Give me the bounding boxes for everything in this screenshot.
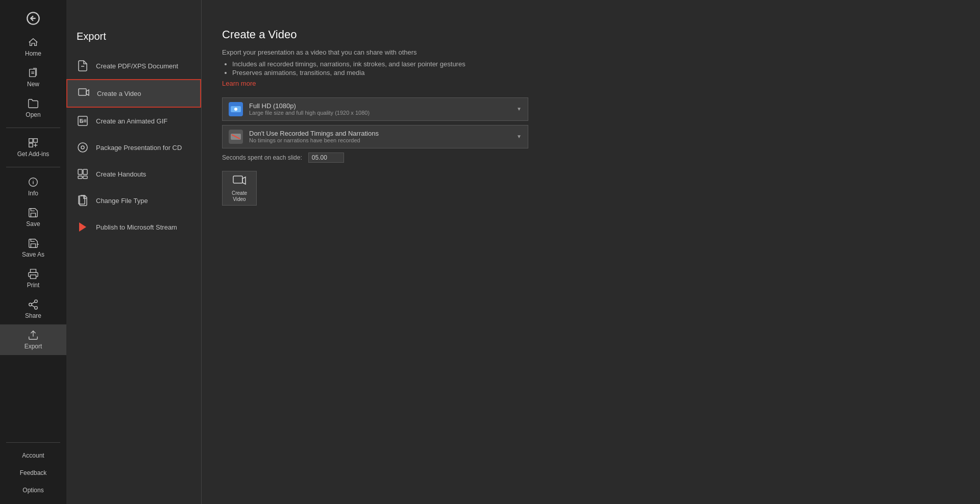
svg-rect-2 [30, 69, 36, 77]
sidebar-item-save-as[interactable]: Save As [0, 233, 66, 263]
sidebar-item-share-label: Share [25, 312, 41, 319]
create-video-button-label: CreateVideo [232, 190, 247, 203]
export-item-gif-label: Create an Animated GIF [96, 117, 167, 125]
sidebar-item-account[interactable]: Account [0, 447, 66, 464]
export-item-video-label: Create a Video [97, 90, 141, 97]
sidebar-item-home[interactable]: Home [0, 32, 66, 62]
svg-rect-27 [78, 176, 82, 179]
svg-point-14 [29, 303, 32, 306]
svg-rect-26 [83, 169, 87, 174]
export-item-pdf-label: Create PDF/XPS Document [96, 62, 178, 70]
sidebar-item-options-label: Options [22, 487, 43, 494]
sidebar-divider-2 [6, 167, 60, 167]
svg-rect-5 [29, 139, 33, 142]
svg-rect-20 [79, 89, 86, 95]
svg-rect-12 [31, 275, 36, 279]
quality-icon [229, 102, 243, 116]
sidebar-item-open-label: Open [26, 111, 40, 118]
sidebar-item-open[interactable]: Open [0, 93, 66, 123]
sidebar-item-save[interactable]: Save [0, 202, 66, 233]
sidebar-item-new[interactable]: New [0, 62, 66, 93]
svg-point-33 [234, 108, 237, 111]
content-title: Create a Video [222, 28, 960, 41]
sidebar-item-info[interactable]: Info [0, 171, 66, 202]
sidebar-item-export[interactable]: Export [0, 324, 66, 355]
page-title: Export [66, 31, 201, 53]
sidebar-item-save-label: Save [26, 220, 40, 228]
timings-title: Don't Use Recorded Timings and Narration… [249, 130, 510, 137]
timings-arrow-icon: ▼ [517, 134, 522, 139]
sidebar-item-print[interactable]: Print [0, 263, 66, 294]
sidebar: Home New Open [0, 0, 66, 504]
sidebar-divider-1 [6, 128, 60, 128]
export-item-filetype-label: Change File Type [96, 197, 148, 205]
sidebar-item-options[interactable]: Options [0, 482, 66, 499]
bullet-item-2: Preserves animations, transitions, and m… [232, 69, 960, 77]
export-item-cd[interactable]: Package Presentation for CD [66, 134, 201, 161]
sidebar-item-home-label: Home [25, 50, 41, 57]
timings-icon [229, 130, 243, 144]
svg-rect-7 [29, 143, 33, 147]
sidebar-item-save-as-label: Save As [22, 251, 44, 258]
sidebar-item-print-label: Print [27, 282, 40, 289]
learn-more-link[interactable]: Learn more [222, 80, 256, 87]
sidebar-item-feedback[interactable]: Feedback [0, 464, 66, 482]
timings-dropdown[interactable]: Don't Use Recorded Timings and Narration… [222, 125, 528, 148]
svg-point-23 [78, 143, 87, 152]
export-item-stream-label: Publish to Microsoft Stream [96, 223, 177, 231]
quality-arrow-icon: ▼ [517, 106, 522, 112]
sidebar-item-new-label: New [27, 81, 39, 88]
bullet-item-1: Includes all recorded timings, narration… [232, 60, 960, 68]
sidebar-item-feedback-label: Feedback [20, 469, 47, 476]
quality-dropdown[interactable]: Full HD (1080p) Large file size and full… [222, 97, 528, 121]
svg-point-15 [35, 307, 38, 310]
export-item-pdf[interactable]: Create PDF/XPS Document [66, 53, 201, 79]
svg-marker-30 [79, 222, 86, 232]
content-description: Export your presentation as a video that… [222, 47, 960, 58]
create-video-button[interactable]: CreateVideo [222, 171, 257, 206]
export-item-stream[interactable]: Publish to Microsoft Stream [66, 214, 201, 240]
export-item-cd-label: Package Presentation for CD [96, 144, 182, 152]
quality-text: Full HD (1080p) Large file size and full… [249, 102, 510, 116]
middle-panel: Export Create PDF/XPS Document Create a … [66, 0, 202, 504]
export-item-handouts-label: Create Handouts [96, 170, 146, 178]
svg-line-16 [32, 305, 35, 307]
timings-text: Don't Use Recorded Timings and Narration… [249, 130, 510, 143]
sidebar-item-addins-label: Get Add-ins [17, 150, 50, 158]
svg-rect-25 [78, 169, 82, 174]
sidebar-item-export-label: Export [24, 343, 42, 350]
sidebar-item-share[interactable]: Share [0, 294, 66, 324]
bullet-list: Includes all recorded timings, narration… [232, 60, 960, 77]
sidebar-top: Home New Open [0, 32, 66, 438]
svg-line-17 [32, 302, 35, 304]
quality-subtitle: Large file size and full high quality (1… [249, 110, 510, 116]
export-item-gif[interactable]: Create an Animated GIF [66, 108, 201, 134]
svg-point-13 [35, 300, 38, 303]
seconds-row: Seconds spent on each slide: [222, 153, 960, 163]
svg-rect-6 [34, 139, 37, 142]
sidebar-bottom: Account Feedback Options [0, 438, 66, 504]
sidebar-divider-bottom [6, 442, 60, 443]
sidebar-item-addins[interactable]: Get Add-ins [0, 132, 66, 163]
quality-title: Full HD (1080p) [249, 102, 510, 110]
timings-subtitle: No timings or narrations have been recor… [249, 137, 510, 143]
back-button[interactable] [0, 5, 66, 32]
sidebar-item-account-label: Account [22, 452, 44, 459]
svg-point-24 [81, 146, 84, 149]
export-item-filetype[interactable]: Change File Type [66, 187, 201, 214]
seconds-label: Seconds spent on each slide: [222, 154, 302, 161]
svg-marker-38 [242, 177, 246, 184]
main-content: Create a Video Export your presentation … [202, 0, 980, 504]
sidebar-item-info-label: Info [28, 190, 38, 197]
svg-rect-28 [83, 176, 87, 179]
export-item-handouts[interactable]: Create Handouts [66, 161, 201, 187]
svg-rect-37 [233, 176, 242, 183]
seconds-input[interactable] [308, 153, 344, 163]
export-item-video[interactable]: Create a Video [66, 79, 201, 108]
